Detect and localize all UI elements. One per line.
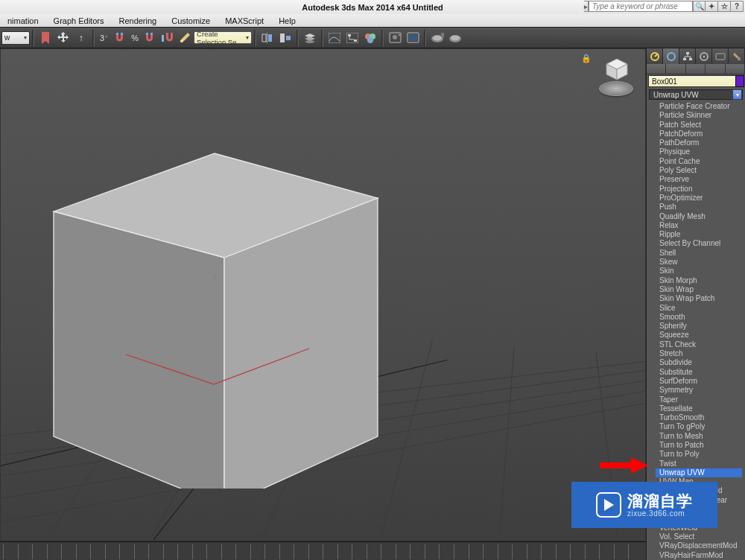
display-tab-icon[interactable] (712, 48, 729, 64)
bookmark-icon[interactable] (37, 30, 54, 46)
sub-btn-1[interactable] (647, 64, 666, 74)
modifier-item[interactable]: SurfDeform (656, 377, 742, 386)
viewcube[interactable] (593, 53, 638, 105)
modifier-item[interactable]: Taper (656, 395, 742, 404)
timeline-tick (235, 544, 250, 559)
curve-editor-icon[interactable] (326, 30, 343, 46)
menu-customize[interactable]: Customize (164, 16, 218, 25)
modifier-item[interactable]: Squeeze (656, 331, 742, 340)
modifier-item[interactable]: Particle Face Creator (656, 102, 742, 111)
time-slider[interactable] (0, 541, 646, 560)
timeline-tick (439, 544, 454, 559)
arrow-up-icon[interactable]: ↑ (73, 30, 89, 46)
modifier-item[interactable]: Smooth (656, 313, 742, 322)
modifier-item[interactable]: Turn to Mesh (656, 432, 742, 441)
favorites-icon[interactable]: ☆ (718, 1, 731, 12)
schematic-view-icon[interactable] (344, 30, 361, 46)
modifier-item[interactable]: Turn to Patch (656, 441, 742, 450)
sub-btn-2[interactable] (666, 64, 685, 74)
percent-snap-magnet-icon[interactable] (141, 30, 157, 46)
modifier-item[interactable]: Push (656, 203, 742, 211)
modifier-item[interactable]: ProOptimizer (656, 194, 742, 203)
sub-btn-3[interactable] (686, 64, 706, 74)
render-setup-icon[interactable] (387, 30, 403, 46)
hierarchy-tab-icon[interactable] (679, 48, 696, 64)
modifier-item[interactable]: Patch Select (656, 121, 742, 130)
menu-graph-editors[interactable]: Graph Editors (46, 16, 112, 25)
angle-snap-magnet-icon[interactable] (111, 30, 127, 46)
spinner-snap-magnet-icon[interactable] (159, 30, 175, 46)
svg-point-13 (365, 34, 371, 39)
modifier-item[interactable]: Physique (656, 147, 742, 156)
modifier-item[interactable]: VRayDisplacementMod (656, 541, 742, 550)
lock-icon[interactable]: 🔒 (581, 54, 592, 63)
modifier-item[interactable]: Point Cache (656, 157, 742, 166)
sub-btn-4[interactable] (706, 64, 725, 74)
modifier-item[interactable]: TurboSmooth (656, 413, 742, 422)
modifier-item[interactable]: Skin Wrap (656, 285, 742, 294)
viewcube-compass-icon[interactable] (599, 81, 633, 96)
modifier-item[interactable]: Symmetry (656, 386, 742, 395)
modifier-item[interactable]: Skin Morph (656, 276, 742, 285)
menu-maxscript[interactable]: MAXScript (218, 16, 271, 25)
create-tab-icon[interactable] (647, 48, 663, 64)
modifier-item[interactable]: Ripple (656, 230, 742, 239)
modifier-item[interactable]: Turn to Poly (656, 450, 742, 459)
modifier-item[interactable]: Shell (656, 249, 742, 258)
modifier-item[interactable]: PathDeform (656, 139, 742, 147)
modifier-item[interactable]: Unwrap UVW (656, 468, 742, 477)
menu-animation[interactable]: nimation (0, 16, 46, 25)
rendered-frame-window-icon[interactable] (405, 30, 421, 46)
named-selection-set-dropdown[interactable]: Create Selection Se ▾ (194, 31, 252, 44)
render-production-icon[interactable] (429, 30, 446, 46)
utilities-tab-icon[interactable] (729, 48, 745, 64)
modifier-item[interactable]: Relax (656, 221, 742, 230)
align-icon[interactable] (277, 30, 294, 46)
modifier-item[interactable]: Slice (656, 304, 742, 313)
search-submit-icon[interactable]: 🔍 (693, 1, 706, 12)
help-icon[interactable]: ? (731, 1, 744, 12)
modifier-item[interactable]: Skin Wrap Patch (656, 294, 742, 303)
modifier-item[interactable]: Twist (656, 459, 742, 468)
modifier-item[interactable]: Select By Channel (656, 239, 742, 248)
viewcube-cube-icon[interactable] (605, 57, 629, 81)
edit-selection-icon[interactable] (177, 30, 193, 46)
modifier-list-dropdown[interactable]: Unwrap UVW ▾ (649, 89, 743, 100)
move-icon[interactable] (55, 30, 72, 46)
selection-filter-dropdown[interactable]: w ▾ (1, 31, 30, 45)
modifier-item[interactable]: Turn To gPoly (656, 422, 742, 431)
menu-rendering[interactable]: Rendering (111, 16, 164, 25)
modifier-item[interactable]: Preserve (656, 175, 742, 184)
communication-center-icon[interactable]: ✦ (706, 1, 718, 12)
modifier-item[interactable]: Projection (656, 185, 742, 194)
modifier-item[interactable]: Spherify (656, 322, 742, 331)
modifier-item[interactable]: Poly Select (656, 166, 742, 175)
object-color-swatch[interactable] (735, 75, 744, 87)
modifier-item[interactable]: Skew (656, 258, 742, 267)
perspective-viewport[interactable]: z 🔒 (0, 48, 646, 541)
mirror-icon[interactable] (259, 30, 276, 46)
modifier-item[interactable]: Subdivide (656, 358, 742, 367)
modifier-item[interactable]: Particle Skinner (656, 111, 742, 120)
motion-tab-icon[interactable] (696, 48, 712, 64)
modifier-item[interactable]: Vol. Select (656, 532, 742, 541)
render-iterative-icon[interactable] (447, 30, 463, 46)
layer-manager-icon[interactable] (302, 30, 318, 46)
modifier-item[interactable]: Tessellate (656, 404, 742, 413)
modifier-item[interactable]: Substitute (656, 368, 742, 377)
sub-btn-5[interactable] (726, 64, 745, 74)
modify-tab-icon[interactable] (663, 48, 679, 64)
material-editor-icon[interactable] (362, 30, 378, 46)
modifier-item[interactable]: Skin (656, 267, 742, 276)
modifier-item[interactable]: Stretch (656, 349, 742, 358)
modifier-item[interactable]: PatchDeform (656, 130, 742, 139)
modifier-item[interactable]: Quadify Mesh (656, 212, 742, 221)
object-name-field[interactable]: Box001 (648, 75, 739, 87)
modifier-item[interactable]: STL Check (656, 340, 742, 349)
title-bar: Autodesk 3ds Max 2014 x64 Untitled ▸ 🔍 ✦… (0, 0, 745, 14)
box001-mesh[interactable]: z (38, 139, 410, 489)
chevron-down-icon[interactable]: ▾ (732, 89, 742, 100)
search-input[interactable] (589, 1, 693, 12)
modifier-item[interactable]: VRayHairFarmMod (656, 551, 742, 560)
menu-help[interactable]: Help (271, 16, 303, 25)
